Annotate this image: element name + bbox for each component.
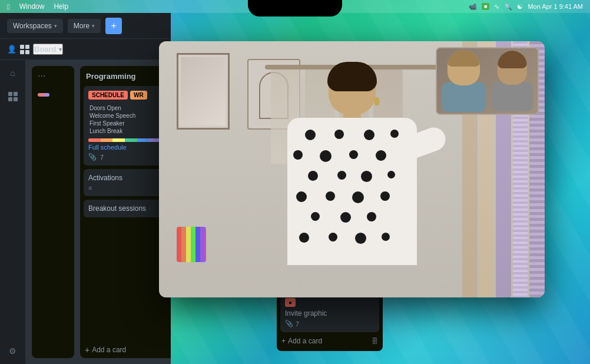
add-card-invite-label: Add a card (288, 337, 322, 345)
label-schedule: SCHEDULE (88, 91, 128, 100)
workspaces-button[interactable]: Workspaces ▾ (7, 19, 63, 33)
full-schedule-link[interactable]: Full schedule (88, 144, 171, 151)
column-0-menu[interactable]: ··· (38, 71, 45, 81)
trello-app-window: Workspaces ▾ More ▾ + 👤 Board ▾ (0, 13, 171, 364)
sidebar-settings-icon[interactable]: ⚙ (5, 343, 21, 359)
sidebar-home-icon[interactable]: ⌂ (5, 65, 21, 81)
desktop-background:  Window Help 📹 ■ ∿ 🔍 ☯ Mon Apr 1 9:41 A… (0, 0, 590, 364)
workspaces-label: Workspaces (13, 22, 52, 30)
board-view-button[interactable]: Board ▾ (33, 44, 63, 55)
add-card-button-programming[interactable]: + Add a card 🗄 (80, 342, 171, 358)
schedule-row-1: Welcome Speech 10:00 a.m. (88, 112, 171, 120)
add-card-plus-icon: + (281, 337, 286, 345)
column-programming: Programming ··· SCHEDULE WR (80, 66, 171, 358)
invite-graphic-title: Invite graphic (285, 309, 374, 317)
card-schedule[interactable]: SCHEDULE WR Doors Open 9:15 a.m. Welcome… (84, 86, 171, 166)
pip-person-2 (492, 51, 533, 111)
card-schedule-footer: 📎 7 (88, 153, 171, 161)
board-label: Board (34, 45, 57, 54)
invite-count-icon: 📎 (285, 320, 293, 327)
svg-rect-3 (14, 97, 18, 101)
pip-video-content (437, 48, 538, 114)
add-card-archive-icon: 🗄 (372, 337, 378, 345)
more-button[interactable]: More ▾ (68, 19, 101, 33)
invite-label-badge: ● (285, 298, 296, 307)
status-dot-icon (38, 93, 49, 97)
sidebar: ⌂ ⚙ (0, 60, 26, 364)
schedule-row-3: Lunch Break 12:30 p.m. (88, 127, 171, 135)
add-label: + (111, 21, 116, 31)
menubar-window[interactable]: Window (19, 2, 45, 11)
scene-frame (177, 53, 230, 130)
app-toolbar: Workspaces ▾ More ▾ + (0, 13, 171, 39)
pip-person-1 (442, 50, 486, 112)
apple-logo-icon[interactable]:  (7, 2, 10, 11)
svg-rect-2 (8, 97, 12, 101)
control-center-icon[interactable]: ☯ (517, 3, 523, 11)
column-programming-cards: SCHEDULE WR Doors Open 9:15 a.m. Welcome… (80, 86, 171, 342)
add-card-button-invite[interactable]: + Add a card 🗄 (280, 335, 379, 348)
schedule-event-2: First Speaker (90, 120, 124, 127)
board-header-bar: 👤 Board ▾ (0, 39, 171, 60)
schedule-row-0: Doors Open 9:15 a.m. (88, 104, 171, 112)
board-columns-area: ··· Programming ··· (26, 60, 171, 364)
card-badge-count: 7 (100, 154, 104, 161)
invite-count: 7 (296, 320, 299, 327)
search-icon[interactable]: 🔍 (504, 3, 512, 11)
facetime-window (159, 41, 545, 297)
add-card-icon: + (85, 345, 90, 355)
board-chevron-icon: ▾ (59, 47, 62, 52)
person-main (276, 62, 429, 297)
pip-video-window (436, 47, 539, 115)
column-0-cards (32, 86, 74, 358)
card-activations[interactable]: Activations ≡ (84, 169, 171, 196)
column-0: ··· (32, 66, 74, 358)
macbook-notch (248, 0, 342, 16)
add-button[interactable]: + (105, 18, 122, 34)
column-0-header: ··· (32, 66, 74, 86)
card-activations-icon: ≡ (88, 184, 171, 191)
wifi-icon: ∿ (494, 3, 499, 11)
add-card-label: Add a card (92, 346, 126, 354)
more-label: More (74, 22, 90, 30)
schedule-event-1: Welcome Speech (90, 112, 135, 119)
schedule-event-3: Lunch Break (90, 128, 122, 134)
schedule-event-0: Doors Open (90, 105, 121, 111)
camera-icon: 📹 (469, 3, 477, 11)
menubar-datetime: Mon Apr 1 9:41 AM (528, 3, 583, 10)
sidebar-boards-icon[interactable] (5, 88, 21, 105)
svg-rect-1 (14, 92, 18, 96)
storage-box (177, 227, 206, 262)
label-wr: WR (130, 91, 147, 100)
board-content: ⌂ ⚙ ··· (0, 60, 171, 364)
person-icon: 👤 (7, 45, 16, 54)
board-view-icon (20, 45, 29, 54)
battery-icon: ■ (482, 3, 489, 10)
menubar-right: 📹 ■ ∿ 🔍 ☯ Mon Apr 1 9:41 AM (469, 3, 583, 11)
card-activations-title: Activations (88, 174, 171, 182)
schedule-row-2: First Speaker 11:30 a.m. (88, 120, 171, 127)
menubar-help[interactable]: Help (54, 2, 68, 11)
video-scene (159, 41, 545, 297)
paperclip-icon: 📎 (88, 153, 97, 161)
svg-rect-0 (8, 92, 12, 96)
schedule-table: Doors Open 9:15 a.m. Welcome Speech 10:0… (88, 104, 171, 135)
workspaces-chevron-icon: ▾ (54, 23, 57, 29)
card-breakout[interactable]: Breakout sessions (84, 200, 171, 217)
facetime-video-main (159, 41, 545, 297)
column-programming-header: Programming ··· (80, 66, 171, 86)
column-programming-title: Programming (86, 72, 136, 81)
card-breakout-title: Breakout sessions (88, 204, 171, 213)
color-bar (88, 138, 171, 142)
invite-footer: 📎 7 (285, 320, 374, 327)
card-invite-graphic[interactable]: ● Invite graphic 📎 7 (280, 292, 379, 332)
more-chevron-icon: ▾ (92, 23, 95, 29)
menubar-left:  Window Help (7, 2, 68, 11)
